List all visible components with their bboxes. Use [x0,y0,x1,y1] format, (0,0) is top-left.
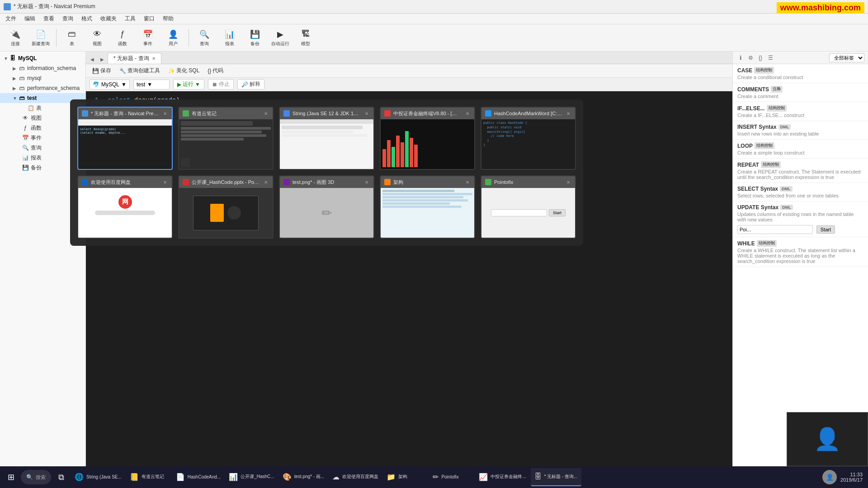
alttab-arch[interactable]: 架构 ✕ [380,175,475,239]
tab-nav-left[interactable]: ◀ [88,55,97,64]
taskbar-search[interactable]: 🔍 搜索 [21,470,51,484]
toolbar-event[interactable]: 📅 事件 [136,26,160,50]
toolbar-user[interactable]: 👤 用户 [161,26,185,50]
alttab-ppt[interactable]: 公开课_HashCode.pptx - PowerPoint ✕ [178,175,274,239]
toolbar-table[interactable]: 🗃 表 [60,26,84,50]
toolbar-auto-run[interactable]: ▶ 自动运行 [269,26,292,50]
menu-help[interactable]: 帮助 [159,14,177,23]
snippet-update[interactable]: UPDATE Syntax DML Updates columns of exi… [733,202,868,237]
alttab-arch-close[interactable]: ✕ [464,179,471,185]
alttab-3d-close[interactable]: ✕ [363,179,370,185]
alttab-navicat[interactable]: * 无标题 - 查询 - Navicat Premium ✕ select de… [77,107,173,170]
toolbar-model[interactable]: 🏗 模型 [294,26,317,50]
alttab-youdao-close[interactable]: ✕ [263,110,269,117]
menu-edit[interactable]: 编辑 [21,14,39,23]
toolbar-report[interactable]: 📊 报表 [218,26,241,50]
alttab-hashcode[interactable]: HashCodeAndMarkWord [C:\w... ✕ public cl… [481,107,576,170]
user-avatar[interactable]: 👤 [822,470,837,484]
menu-format[interactable]: 格式 [78,14,96,23]
alttab-3d[interactable]: test.png* - 画图 3D ✕ ✏ [279,175,374,239]
tree-item-information-schema[interactable]: ▶ 🗃 information_schema [0,63,85,73]
taskbar-app-navicat[interactable]: 🗄 * 无标题 - 查询... [531,468,581,486]
alttab-row-1: * 无标题 - 查询 - Navicat Premium ✕ select de… [77,107,576,170]
taskbar-app-chrome[interactable]: 🌐 String (Java SE... [71,468,125,486]
start-button[interactable]: ⊞ [2,468,20,486]
taskbar-app-3d[interactable]: 🎨 test.png* - 画... [279,468,328,486]
explain-button[interactable]: 🔎 解释 [237,79,264,89]
brackets-icon[interactable]: {} [756,54,764,62]
menu-query[interactable]: 查询 [59,14,77,23]
taskbar-app-youdao[interactable]: 📒 有道云笔记 [126,468,171,486]
run-dropdown-arrow: ▼ [195,81,200,88]
tree-item-mysql[interactable]: ▶ 🗃 mysql [0,73,85,83]
alttab-stock-close[interactable]: ✕ [464,110,471,117]
start-button[interactable]: Start [816,225,835,234]
taskbar-right: 👤 11:33 2019/6/17 [822,470,866,484]
alttab-pointofix-close[interactable]: ✕ [565,179,571,185]
func-icon-sm: ƒ [22,124,29,131]
taskbar-app-arch[interactable]: 📁 架构 [383,468,428,486]
snippet-comments[interactable]: COMMENTS 注释 Create a comment [733,83,868,102]
model-icon: 🏗 [300,29,311,40]
tab-nav-right[interactable]: ▶ [98,55,107,64]
db-type-selector[interactable]: 🐬 MySQL ▼ [90,80,130,89]
table-selector[interactable]: test ▼ [133,80,170,89]
snippet-insert[interactable]: INSERT Syntax DML Insert new rows into a… [733,121,868,140]
pointofix-text-input[interactable] [737,225,813,234]
menu-tools[interactable]: 工具 [121,14,139,23]
info-icon[interactable]: ℹ [736,54,745,62]
taskbar-app-stock[interactable]: 📈 中投证券金融终... [475,468,529,486]
alttab-navicat-close[interactable]: ✕ [162,110,168,117]
design-tool-button[interactable]: 🔧 查询创建工具 [117,66,163,75]
toolbar-connect[interactable]: 🔌 连接 [4,26,27,50]
taskbar-app-baidu[interactable]: ☁ 欢迎使用百度网盘 [329,468,382,486]
toolbar-view[interactable]: 👁 视图 [85,26,109,50]
tab-query[interactable]: * 无标题 - 查询 ✕ [108,53,161,64]
alttab-stock-header: 中投证券金融终端V8.80 - [分析图表-光... ✕ [381,108,474,119]
settings-icon[interactable]: ⚙ [746,54,755,62]
taskbar-app-hashcode[interactable]: 📄 HashCodeAnd... [172,468,224,486]
save-button[interactable]: 💾 保存 [90,66,114,75]
alttab-row-2: 欢迎使用百度网盘 ✕ 网 公开课_HashCode.pptx - PowerPo… [77,175,576,239]
alttab-baidu[interactable]: 欢迎使用百度网盘 ✕ 网 [77,175,173,239]
snippet-select[interactable]: SELECT Syntax DML Select rows, selected … [733,183,868,202]
tree-item-performance-schema[interactable]: ▶ 🗃 performance_schema [0,83,85,93]
toolbar-sep-2 [189,29,189,47]
task-view-button[interactable]: ⧉ [52,468,70,486]
toolbar-backup[interactable]: 💾 备份 [243,26,267,50]
toolbar-function[interactable]: ƒ 函数 [111,26,134,50]
tree-root-mysql[interactable]: ▼ 🗄 MySQL [0,53,85,63]
alttab-ppt-close[interactable]: ✕ [263,179,269,185]
snippet-loop[interactable]: LOOP 结构控制 Create a simple loop construct [733,140,868,159]
toolbar-query[interactable]: 🔍 查询 [193,26,216,50]
tab-close[interactable]: ✕ [152,56,156,61]
toolbar-sep-1 [56,29,57,47]
taskbar-app-pointofix[interactable]: ✏ Pointofix [429,468,474,486]
layout-icon[interactable]: ☰ [766,54,774,62]
snippet-category-selector[interactable]: 全部标签 [829,53,864,62]
run-button[interactable]: ▶ 运行 ▼ [173,79,204,89]
design-icon: 🔧 [119,68,126,74]
alttab-browser-close[interactable]: ✕ [363,110,370,117]
alttab-browser[interactable]: String (Java SE 12 & JDK 12) - Googl... … [279,107,374,170]
menu-view[interactable]: 查看 [40,14,58,23]
db-selector-arrow: ▼ [121,81,127,88]
snippet-while[interactable]: WHILE 结构控制 Create a WHILE construct. The… [733,237,868,267]
snippet-repeat[interactable]: REPEAT 结构控制 Create a REPEAT construct. T… [733,159,868,183]
stop-button[interactable]: ⏹ 停止 [208,79,234,89]
alttab-stock[interactable]: 中投证券金融终端V8.80 - [分析图表-光... ✕ [380,107,475,170]
snippet-if-else[interactable]: IF...ELSE... 结构控制 Create a IF...ELSE... … [733,102,868,121]
code-button[interactable]: {} 代码 [205,66,226,75]
alttab-hashcode-close[interactable]: ✕ [565,110,571,117]
menu-window[interactable]: 窗口 [140,14,158,23]
snippet-case[interactable]: CASE 结构控制 Create a conditional construct [733,64,868,83]
alttab-baidu-close[interactable]: ✕ [162,179,168,185]
toolbar-new-query[interactable]: 📄 新建查询 [29,26,52,50]
menu-favorites[interactable]: 收藏夹 [97,14,120,23]
menu-file[interactable]: 文件 [2,14,20,23]
stop-icon: ⏹ [212,81,217,88]
beautify-sql-button[interactable]: ✨ 美化 SQL [165,66,202,75]
alttab-youdao[interactable]: 有道云笔记 ✕ [178,107,274,170]
taskbar-app-ppt[interactable]: 📊 公开课_HashC... [225,468,278,486]
alttab-pointofix[interactable]: Pointofix ✕ Start [481,175,576,239]
